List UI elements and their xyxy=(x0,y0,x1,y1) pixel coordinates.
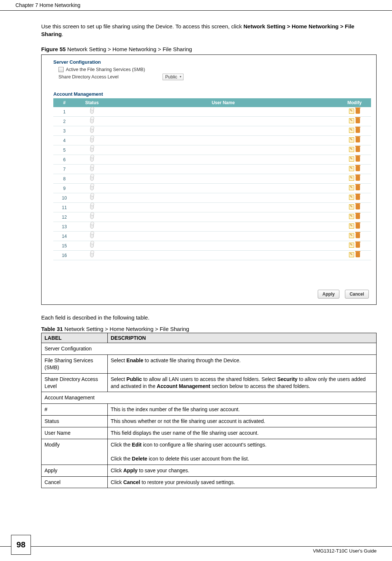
delete-icon[interactable] xyxy=(356,166,360,171)
edit-icon[interactable] xyxy=(349,118,354,123)
page-header: Chapter 7 Home Networking xyxy=(0,0,392,11)
edit-icon[interactable] xyxy=(349,137,354,142)
row-label: Share Directory Access Level xyxy=(42,373,108,392)
row-description: Click Cancel to restore your previously … xyxy=(108,476,377,488)
delete-icon[interactable] xyxy=(356,176,360,181)
delete-icon[interactable] xyxy=(356,156,360,162)
bulb-icon xyxy=(90,128,94,133)
row-number: 1 xyxy=(53,107,75,117)
edit-icon[interactable] xyxy=(349,204,354,209)
intro-paragraph: Use this screen to set up file sharing u… xyxy=(41,22,377,38)
row-number: 7 xyxy=(53,165,75,174)
row-number: 15 xyxy=(53,241,75,251)
bulb-icon xyxy=(90,147,94,152)
row-status xyxy=(75,117,108,126)
table-row: Account Management xyxy=(42,392,377,404)
edit-icon[interactable] xyxy=(349,233,354,238)
after-figure-text: Each field is described in the following… xyxy=(41,314,377,321)
delete-icon[interactable] xyxy=(356,233,360,238)
row-username xyxy=(108,117,338,126)
bulb-icon xyxy=(90,137,94,142)
delete-icon[interactable] xyxy=(356,243,360,248)
active-file-sharing-checkbox[interactable] xyxy=(58,67,64,72)
figure-button-row: Apply Cancel xyxy=(314,290,369,299)
delete-icon[interactable] xyxy=(356,147,360,152)
edit-icon[interactable] xyxy=(349,185,354,190)
page-footer: 98 VMG1312-T10C User's Guide xyxy=(0,546,392,554)
table-row: 5 xyxy=(53,145,371,155)
row-status xyxy=(75,193,108,203)
delete-icon[interactable] xyxy=(356,195,360,200)
row-number: 2 xyxy=(53,117,75,126)
bulb-icon xyxy=(90,156,94,162)
delete-icon[interactable] xyxy=(356,109,360,114)
table-row: StatusThis shows whether or not the file… xyxy=(42,416,377,427)
cancel-button[interactable]: Cancel xyxy=(345,290,369,299)
row-username xyxy=(108,241,338,251)
edit-icon[interactable] xyxy=(349,156,354,162)
bulb-icon xyxy=(90,166,94,171)
active-file-sharing-label: Active the File Sharing Services (SMB) xyxy=(66,67,145,72)
row-description: Click the Edit icon to configure a file … xyxy=(108,439,377,465)
edit-icon[interactable] xyxy=(349,109,354,114)
row-description: Click Apply to save your changes. xyxy=(108,465,377,476)
delete-icon[interactable] xyxy=(356,223,360,229)
chapter-title: Chapter 7 Home Networking xyxy=(15,2,81,8)
row-modify xyxy=(338,165,371,174)
row-number: 10 xyxy=(53,193,75,203)
table-row: CancelClick Cancel to restore your previ… xyxy=(42,476,377,488)
row-status xyxy=(75,126,108,136)
delete-icon[interactable] xyxy=(356,252,360,257)
bulb-icon xyxy=(90,233,94,238)
row-number: 6 xyxy=(53,155,75,165)
edit-icon[interactable] xyxy=(349,252,354,257)
table-row: 10 xyxy=(53,193,371,203)
row-description: Select Public to allow all LAN users to … xyxy=(108,373,377,392)
table-row: 6 xyxy=(53,155,371,165)
row-modify xyxy=(338,222,371,232)
bulb-icon xyxy=(90,176,94,181)
figure-caption: Figure 55 Network Setting > Home Network… xyxy=(41,46,377,52)
row-modify xyxy=(338,107,371,117)
table-row: #This is the index number of the file sh… xyxy=(42,404,377,416)
row-status xyxy=(75,107,108,117)
apply-button[interactable]: Apply xyxy=(318,290,339,299)
intro-text-c: . xyxy=(62,31,63,37)
bulb-icon xyxy=(90,252,94,257)
row-username xyxy=(108,222,338,232)
edit-icon[interactable] xyxy=(349,223,354,229)
row-number: 16 xyxy=(53,251,75,260)
delete-icon[interactable] xyxy=(356,137,360,142)
description-table: LABEL DESCRIPTION Server ConfigurationFi… xyxy=(41,333,377,488)
delete-icon[interactable] xyxy=(356,128,360,133)
edit-icon[interactable] xyxy=(349,214,354,219)
edit-icon[interactable] xyxy=(349,243,354,248)
edit-icon[interactable] xyxy=(349,147,354,152)
edit-icon[interactable] xyxy=(349,166,354,171)
page-content: Use this screen to set up file sharing u… xyxy=(0,11,392,488)
delete-icon[interactable] xyxy=(356,185,360,190)
row-number: 12 xyxy=(53,212,75,222)
edit-icon[interactable] xyxy=(349,195,354,200)
row-username xyxy=(108,203,338,212)
row-label: Modify xyxy=(42,439,108,465)
delete-icon[interactable] xyxy=(356,214,360,219)
table-caption: Table 31 Network Setting > Home Networki… xyxy=(41,326,377,332)
col-number-header: # xyxy=(53,98,75,107)
table-row: Server Configuration xyxy=(42,343,377,355)
row-username xyxy=(108,145,338,155)
row-number: 4 xyxy=(53,136,75,145)
bulb-icon xyxy=(90,243,94,248)
row-status xyxy=(75,222,108,232)
table-row: 3 xyxy=(53,126,371,136)
edit-icon[interactable] xyxy=(349,176,354,181)
desc-head-description: DESCRIPTION xyxy=(108,333,377,343)
row-username xyxy=(108,155,338,165)
delete-icon[interactable] xyxy=(356,204,360,209)
edit-icon[interactable] xyxy=(349,128,354,133)
col-modify-header: Modify xyxy=(338,98,371,107)
delete-icon[interactable] xyxy=(356,118,360,123)
share-directory-row: Share Directory Access Level Public xyxy=(58,74,371,80)
share-directory-select[interactable]: Public xyxy=(163,74,183,80)
row-status xyxy=(75,184,108,193)
